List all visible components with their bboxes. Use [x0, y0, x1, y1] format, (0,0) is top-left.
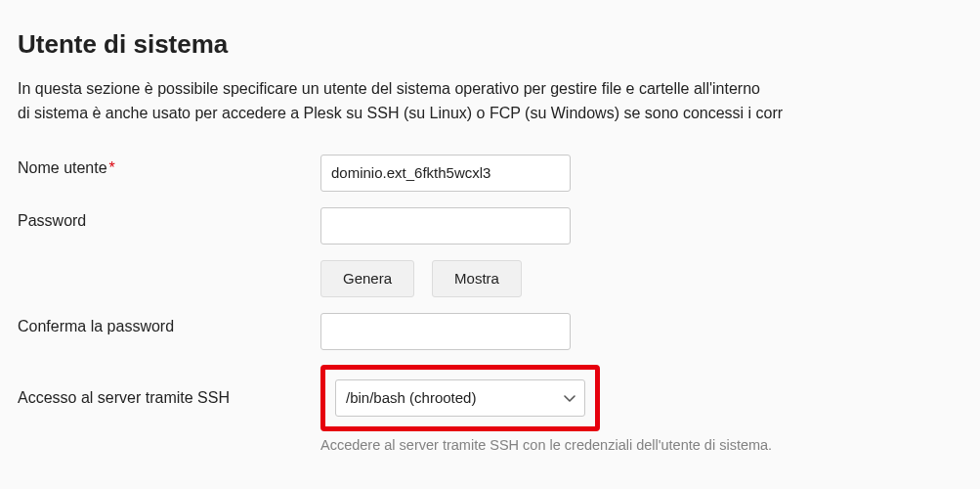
password-input[interactable] [320, 207, 571, 244]
password-label: Password [18, 206, 320, 230]
username-label: Nome utente* [18, 154, 320, 177]
ssh-access-select[interactable]: /bin/bash (chrooted) [335, 379, 585, 417]
ssh-hint-text: Accedere al server tramite SSH con le cr… [320, 437, 962, 453]
section-desc-line2: di sistema è anche usato per accedere a … [18, 105, 783, 121]
username-label-text: Nome utente [18, 159, 107, 176]
confirm-password-input[interactable] [320, 313, 571, 350]
row-confirm-password: Conferma la password [18, 312, 962, 351]
required-star-icon: * [109, 159, 115, 176]
generate-button[interactable]: Genera [320, 260, 414, 297]
confirm-password-label: Conferma la password [18, 312, 320, 335]
section-description: In questa sezione è possibile specificar… [18, 77, 962, 126]
ssh-highlight-box: /bin/bash (chrooted) [320, 365, 600, 431]
row-password-buttons: Genera Mostra [18, 259, 962, 298]
show-button[interactable]: Mostra [432, 260, 522, 297]
row-password: Password [18, 206, 962, 245]
section-title: Utente di sistema [18, 29, 962, 60]
row-ssh-access: Accesso al server tramite SSH /bin/bash … [18, 365, 962, 431]
spacer-label [18, 259, 320, 265]
row-username: Nome utente* [18, 154, 962, 193]
ssh-access-label: Accesso al server tramite SSH [18, 389, 320, 407]
section-desc-line1: In questa sezione è possibile specificar… [18, 80, 760, 97]
username-input[interactable] [320, 155, 571, 192]
